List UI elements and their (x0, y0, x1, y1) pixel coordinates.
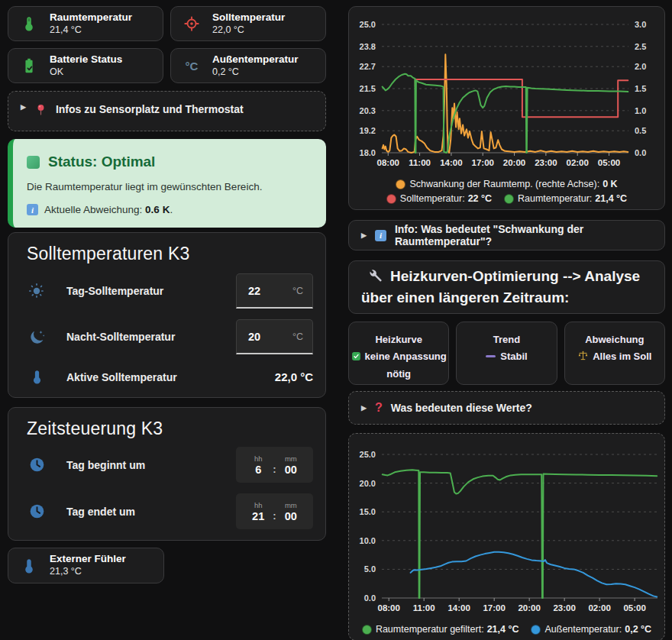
hh-label: hh (244, 454, 273, 463)
temperature-chart[interactable]: 25.03.023.82.522.72.021.51.520.31.019.20… (350, 9, 664, 173)
minus-icon (486, 355, 496, 357)
sensor-text: Außentemperatur 0,2 °C (212, 53, 299, 79)
expander-values-info[interactable]: ▶ ? Was bedeuten diese Werte? (348, 391, 665, 425)
schedule-row-start: Tag beginnt um hh 6 : mm 00 (27, 447, 313, 483)
minute-field: mm 00 (276, 449, 305, 480)
svg-text:25.0: 25.0 (360, 20, 376, 29)
svg-text:15.0: 15.0 (360, 508, 376, 517)
svg-text:05:00: 05:00 (623, 603, 645, 613)
svg-text:14:00: 14:00 (440, 158, 462, 167)
celsius-glyph: °C (186, 60, 199, 73)
chart-legend: Schwankung der Raumtemp. (rechte Achse):… (350, 176, 664, 205)
legend-item[interactable]: Solltemperatur:22 °C (386, 193, 492, 204)
svg-text:0.0: 0.0 (635, 148, 646, 157)
svg-text:20.0: 20.0 (360, 479, 376, 488)
status-title-row: Status: Optimal (27, 154, 312, 170)
metric-card-trend[interactable]: Trend Stabil (456, 322, 557, 385)
hh-value[interactable]: 21 (244, 510, 273, 522)
night-setpoint-input[interactable]: 20 °C (236, 319, 313, 354)
deviation-value: 0.6 K (145, 204, 170, 215)
mm-value[interactable]: 00 (276, 464, 305, 476)
moon-icon (27, 328, 47, 346)
setpoints-title: Solltemperaturen K3 (27, 244, 313, 264)
schedule-card: Zeitsteuerung K3 Tag beginnt um hh 6 : m… (8, 407, 326, 541)
minute-field: mm 00 (276, 496, 305, 527)
thermometer-icon (19, 14, 39, 34)
svg-text:23:00: 23:00 (535, 158, 557, 167)
left-column: Raumtemperatur 21,4 °C Solltemperatur 22… (8, 6, 326, 640)
svg-text:18.0: 18.0 (360, 148, 376, 157)
day-start-time-input[interactable]: hh 6 : mm 00 (236, 447, 313, 483)
active-setpoint-value: 22,0 °C (275, 370, 313, 383)
info-icon: i (27, 204, 38, 215)
legend-item[interactable]: Außentemperatur:0,2 °C (531, 624, 651, 635)
sensor-card-batterie-status[interactable]: Batterie Status OK (8, 48, 163, 83)
svg-text:17:00: 17:00 (483, 603, 505, 613)
sensor-card-aussentemperatur[interactable]: °C Außentemperatur 0,2 °C (170, 48, 326, 83)
legend-label: Raumtemperatur gefiltert:21,4 °C (376, 624, 519, 635)
right-column: 25.03.023.82.522.72.021.51.520.31.019.20… (348, 6, 665, 640)
schedule-label: Tag endet um (66, 506, 236, 518)
optimization-header: Heizkurven-Optimierung --> Analyse über … (348, 260, 665, 314)
celsius-icon: °C (182, 56, 202, 76)
active-setpoint-label: Aktive Solltemperatur (66, 371, 275, 383)
sensor-title: Solltemperatur (212, 11, 285, 24)
metric-card-heizkurve[interactable]: Heizkurve keine Anpassung nötig (348, 322, 449, 385)
status-message: Die Raumtemperatur liegt im gewünschten … (27, 181, 312, 192)
hour-field: hh 21 (244, 496, 273, 527)
hh-value[interactable]: 6 (244, 464, 273, 476)
svg-text:05:00: 05:00 (598, 158, 620, 167)
expander-fluctuation-info[interactable]: ▶ i Info: Was bedeutet "Schwankung der R… (348, 220, 665, 251)
metric-card-abweichung[interactable]: Abweichung Alles im Soll (564, 322, 665, 385)
sensor-title: Batterie Status (50, 53, 122, 66)
chart-legend: Raumtemperatur gefiltert:21,4 °CAußentem… (350, 621, 664, 636)
legend-label: Außentemperatur:0,2 °C (544, 624, 651, 635)
expander-sensor-info[interactable]: ▶ Infos zu Sensorplatz und Thermostat (8, 91, 326, 131)
metric-title: Heizkurve (349, 334, 448, 345)
info-icon: i (375, 230, 386, 241)
active-setpoint-row: Aktive Solltemperatur 22,0 °C (27, 369, 313, 385)
day-end-time-input[interactable]: hh 21 : mm 00 (236, 493, 313, 529)
svg-text:0.5: 0.5 (635, 126, 646, 135)
schedule-title: Zeitsteuerung K3 (27, 419, 313, 439)
sensor-text: Solltemperatur 22,0 °C (212, 11, 285, 37)
outdoor-chart[interactable]: 25.020.015.010.05.00.008:0011:0014:0017:… (350, 436, 664, 618)
optimization-metrics: Heizkurve keine Anpassung nötig Trend St… (348, 322, 665, 385)
legend-marker-icon (386, 194, 396, 204)
metric-title: Trend (457, 334, 556, 345)
svg-text:20.3: 20.3 (360, 106, 376, 115)
svg-text:19.2: 19.2 (360, 126, 376, 135)
expand-arrow-icon: ▶ (361, 231, 367, 239)
sensor-title: Externer Fühler (50, 553, 126, 566)
day-setpoint-input[interactable]: 22 °C (236, 273, 313, 309)
setpoints-card: Solltemperaturen K3 Tag-Solltemperatur 2… (8, 232, 326, 398)
expander-label: Infos zu Sensorplatz und Thermostat (56, 103, 244, 115)
svg-text:1.5: 1.5 (635, 84, 646, 93)
green-square-icon (27, 156, 40, 169)
target-icon (182, 14, 202, 34)
input-value: 22 (248, 285, 260, 297)
sensor-card-solltemperatur[interactable]: Solltemperatur 22,0 °C (170, 6, 326, 41)
status-deviation-row: i Aktuelle Abweichung: 0.6 K. (27, 204, 312, 215)
sensor-card-raumtemperatur[interactable]: Raumtemperatur 21,4 °C (8, 6, 163, 41)
svg-text:21.5: 21.5 (360, 84, 376, 93)
sun-icon (27, 282, 47, 300)
sensor-title: Raumtemperatur (50, 11, 132, 24)
metric-value: Stabil (457, 349, 556, 364)
legend-item[interactable]: Schwankung der Raumtemp. (rechte Achse):… (396, 179, 617, 189)
mm-value[interactable]: 00 (276, 510, 305, 522)
external-sensor-card[interactable]: Externer Fühler 21,3 °C (8, 548, 164, 583)
legend-item[interactable]: Raumtemperatur gefiltert:21,4 °C (362, 624, 519, 635)
legend-marker-icon (504, 194, 514, 204)
sensor-value: OK (50, 66, 122, 79)
setpoint-label: Nacht-Solltemperatur (66, 331, 236, 343)
svg-text:08:00: 08:00 (377, 158, 399, 167)
input-unit: °C (292, 286, 303, 296)
legend-marker-icon (531, 625, 541, 635)
legend-item[interactable]: Raumtemperatur:21,4 °C (504, 193, 627, 204)
svg-text:3.0: 3.0 (635, 20, 646, 29)
thermometer-icon (19, 556, 39, 576)
metric-title: Abweichung (565, 334, 664, 345)
thermometer-icon (27, 369, 47, 385)
schedule-label: Tag beginnt um (66, 459, 236, 471)
